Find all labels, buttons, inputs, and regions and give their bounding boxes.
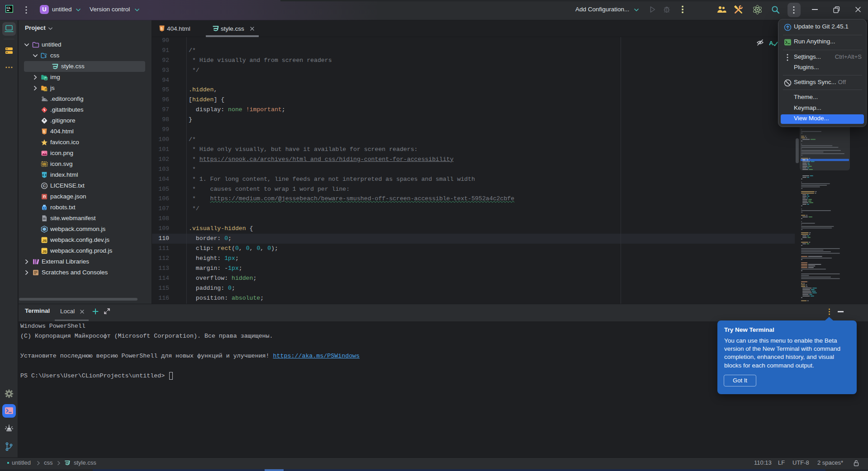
svg-text:A: A bbox=[769, 40, 773, 47]
svg-text:3: 3 bbox=[44, 54, 47, 59]
svg-text:JS: JS bbox=[42, 250, 47, 254]
svg-text:5: 5 bbox=[43, 129, 45, 134]
svg-text:SVG: SVG bbox=[43, 163, 47, 165]
svg-text:JS: JS bbox=[42, 239, 47, 243]
svg-text:CL: CL bbox=[7, 6, 11, 10]
svg-text:5: 5 bbox=[161, 26, 163, 31]
svg-text:JS: JS bbox=[44, 88, 48, 91]
svg-text:C: C bbox=[43, 183, 46, 188]
